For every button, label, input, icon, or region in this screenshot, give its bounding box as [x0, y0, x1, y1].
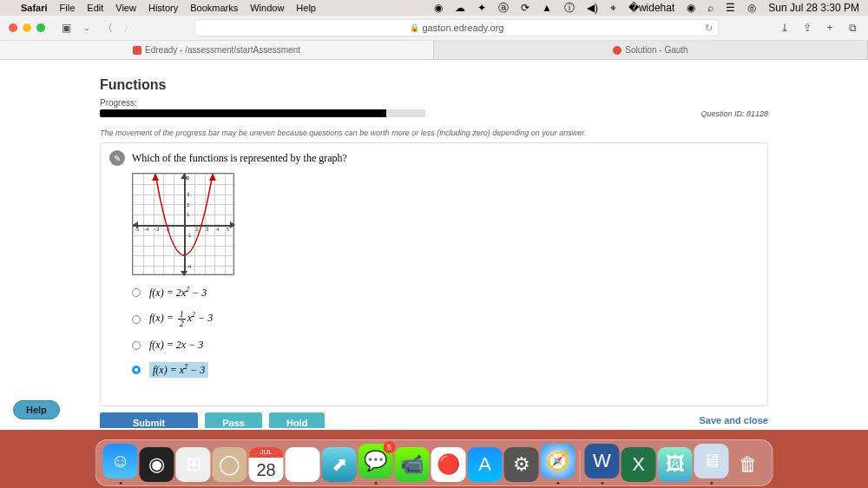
- menu-bookmarks[interactable]: Bookmarks: [190, 3, 238, 13]
- dock-screenshot-icon[interactable]: 🖥: [694, 444, 729, 478]
- favicon-edready: [133, 46, 141, 55]
- option-b[interactable]: f(x) = 12x2 − 3: [132, 310, 759, 328]
- window-close-button[interactable]: [9, 23, 17, 32]
- submit-button[interactable]: Submit: [100, 412, 198, 428]
- tab-bar: Edready - /assessment/startAssessment So…: [0, 41, 868, 60]
- menu-view[interactable]: View: [115, 3, 136, 13]
- calendar-month: JUL: [249, 447, 284, 458]
- dock-trash-icon[interactable]: 🗑: [731, 447, 766, 482]
- download-icon[interactable]: ⤓: [778, 21, 792, 35]
- app-name[interactable]: Safari: [21, 3, 48, 13]
- tabs-overview-icon[interactable]: ⧉: [845, 21, 859, 35]
- tab-gauth[interactable]: Solution - Gauth: [434, 41, 868, 59]
- forward-button[interactable]: 〉: [122, 21, 135, 35]
- question-graph: // generated statically below via inline…: [132, 173, 234, 275]
- lock-icon: 🔒: [410, 23, 419, 32]
- option-d[interactable]: f(x) = x2 − 3: [132, 362, 759, 378]
- browser-window: ▣ ⌄ 〈 〉 G 🔒 gaston.edready.org ↻ ⤓ ⇪ + ⧉…: [0, 16, 868, 430]
- chevron-down-icon[interactable]: ⌄: [80, 21, 94, 35]
- dock-maps-icon[interactable]: ⬈: [322, 447, 357, 482]
- option-c[interactable]: f(x) = 2x − 3: [132, 339, 759, 352]
- menu-help[interactable]: Help: [296, 3, 316, 13]
- share-icon[interactable]: ⇪: [800, 21, 814, 35]
- status-info-icon[interactable]: ⓘ: [564, 1, 575, 16]
- dock-siri-icon[interactable]: ◉: [140, 447, 174, 482]
- new-tab-icon[interactable]: +: [823, 21, 837, 35]
- favicon-gauth: [613, 46, 621, 55]
- status-sync-icon[interactable]: ⟳: [521, 2, 529, 14]
- window-zoom-button[interactable]: [36, 23, 45, 32]
- menubar: Safari File Edit View History Bookmarks …: [0, 0, 868, 16]
- action-bar: Submit Pass Hold Save and close: [100, 411, 768, 430]
- dock-settings-icon[interactable]: ⚙: [504, 447, 539, 482]
- status-puzzle-icon[interactable]: ✦: [477, 2, 486, 14]
- option-a[interactable]: f(x) = 2x2 − 3: [132, 286, 759, 300]
- tab-label: Edready - /assessment/startAssessment: [145, 45, 300, 55]
- tab-label: Solution - Gauth: [625, 45, 687, 55]
- dock-excel-icon[interactable]: X: [621, 447, 656, 482]
- dock-separator: [580, 451, 581, 482]
- status-wifi-icon[interactable]: �widehat: [628, 2, 674, 14]
- page-title: Functions: [100, 77, 768, 93]
- status-search-icon[interactable]: ⌕: [707, 2, 713, 14]
- dock-facetime-icon[interactable]: 📹: [395, 447, 430, 482]
- messages-badge: 5: [384, 441, 396, 453]
- dock-photos-icon[interactable]: ✿: [286, 447, 320, 482]
- status-cloud-icon[interactable]: ☁: [455, 2, 465, 14]
- option-a-text: f(x) = 2x2 − 3: [149, 286, 207, 300]
- dock: ☺ ◉ ⊞ ◯ JUL 28 ✿ ⬈ 💬 5 📹 🔴 A ⚙ 🧭 W X 🖼 🖥…: [95, 439, 773, 486]
- url-bar[interactable]: 🔒 gaston.edready.org ↻: [194, 19, 719, 36]
- option-c-text: f(x) = 2x − 3: [149, 339, 203, 352]
- progress-label: Progress:: [100, 98, 768, 108]
- status-siri-icon[interactable]: ◎: [747, 2, 756, 14]
- status-eject-icon[interactable]: ▲: [542, 2, 552, 14]
- dock-contacts-icon[interactable]: ◯: [213, 447, 247, 482]
- answer-options: f(x) = 2x2 − 3 f(x) = 12x2 − 3 f(x) = 2x…: [132, 286, 759, 378]
- menu-file[interactable]: File: [60, 3, 76, 13]
- radio-c[interactable]: [132, 341, 141, 350]
- menu-edit[interactable]: Edit: [87, 3, 103, 13]
- dock-word-icon[interactable]: W: [585, 444, 620, 478]
- option-b-text: f(x) = 12x2 − 3: [149, 310, 213, 328]
- page-content: Functions Progress: Question ID: 81128 T…: [0, 60, 868, 430]
- status-record-icon[interactable]: ◉: [434, 2, 443, 14]
- menubar-clock[interactable]: Sun Jul 28 3:30 PM: [768, 2, 859, 14]
- dock-gamecenter-icon[interactable]: 🔴: [431, 447, 466, 482]
- menu-history[interactable]: History: [148, 3, 178, 13]
- question-text: Which of the functions is represented by…: [132, 152, 347, 165]
- radio-a[interactable]: [132, 288, 141, 297]
- dock-preview-icon[interactable]: 🖼: [658, 447, 693, 482]
- dock-launchpad-icon[interactable]: ⊞: [176, 447, 211, 482]
- dock-appstore-icon[interactable]: A: [468, 447, 503, 482]
- question-card: ✎ Which of the functions is represented …: [100, 142, 768, 406]
- window-minimize-button[interactable]: [23, 23, 31, 32]
- status-bluetooth-icon[interactable]: ⌖: [610, 2, 616, 14]
- sidebar-toggle-icon[interactable]: ▣: [59, 21, 73, 35]
- pass-button[interactable]: Pass: [205, 412, 262, 428]
- radio-d[interactable]: [132, 366, 141, 374]
- help-button[interactable]: Help: [13, 400, 60, 419]
- calendar-day: 28: [256, 458, 275, 482]
- browser-toolbar: ▣ ⌄ 〈 〉 G 🔒 gaston.edready.org ↻ ⤓ ⇪ + ⧉: [0, 16, 868, 41]
- radio-b[interactable]: [132, 315, 141, 324]
- dock-safari-icon[interactable]: 🧭: [541, 444, 575, 478]
- status-volume-icon[interactable]: ◀): [587, 2, 598, 14]
- edit-icon: ✎: [109, 150, 125, 166]
- progress-bar: [100, 109, 425, 117]
- hold-button[interactable]: Hold: [269, 412, 325, 428]
- question-id: Question ID: 81128: [700, 109, 768, 118]
- tab-edready[interactable]: Edready - /assessment/startAssessment: [0, 41, 434, 59]
- menu-window[interactable]: Window: [250, 3, 284, 13]
- reload-icon[interactable]: ↻: [705, 23, 713, 34]
- url-text: gaston.edready.org: [423, 23, 504, 33]
- dock-finder-icon[interactable]: ☺: [103, 444, 138, 478]
- option-d-text: f(x) = x2 − 3: [149, 362, 208, 378]
- status-scribble-icon[interactable]: ⓐ: [498, 1, 509, 16]
- progress-note: The movement of the progress bar may be …: [100, 129, 768, 137]
- status-control-icon[interactable]: ☰: [726, 2, 735, 14]
- dock-calendar-icon[interactable]: JUL 28: [249, 447, 284, 482]
- save-and-close-link[interactable]: Save and close: [700, 415, 769, 425]
- back-button[interactable]: 〈: [101, 21, 115, 35]
- status-battery-icon[interactable]: ◉: [687, 2, 695, 14]
